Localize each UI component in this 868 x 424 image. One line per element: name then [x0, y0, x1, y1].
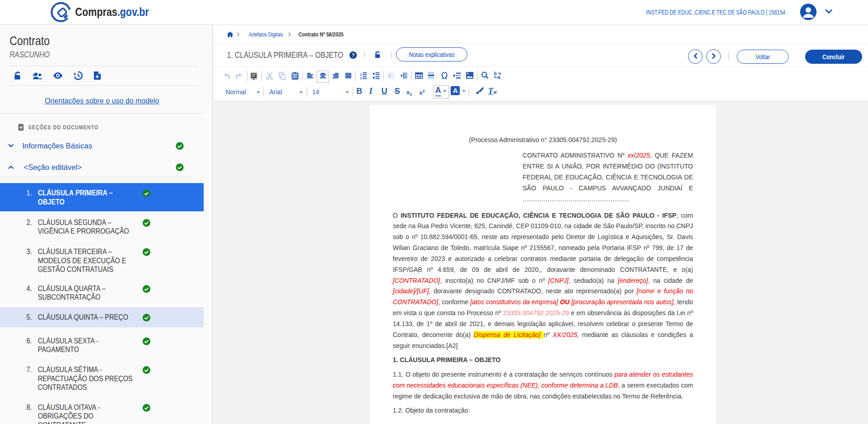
- svg-text:2: 2: [360, 76, 362, 79]
- svg-text:à: à: [498, 74, 501, 79]
- svg-text:b: b: [494, 72, 497, 76]
- svg-text:?: ?: [352, 52, 355, 58]
